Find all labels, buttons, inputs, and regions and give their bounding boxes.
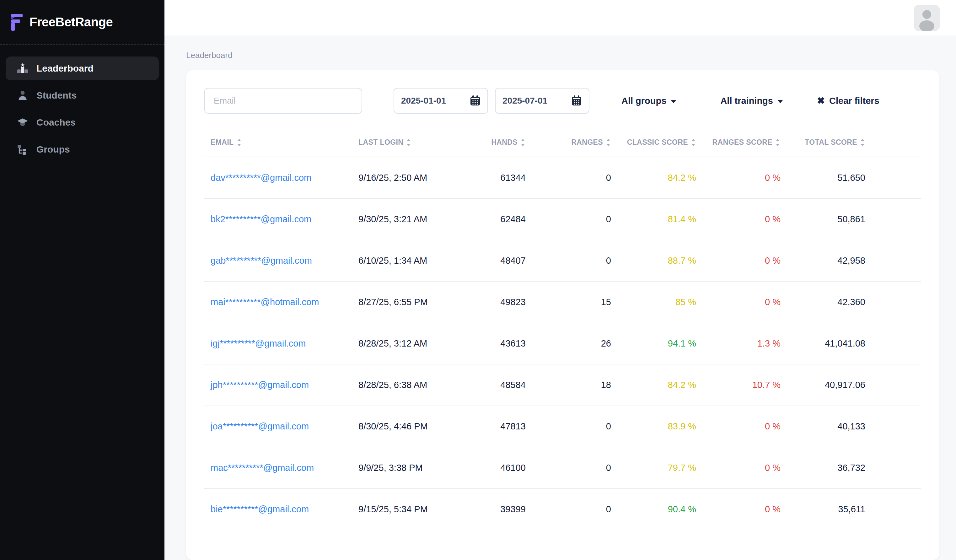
sidebar-item-leaderboard[interactable]: Leaderboard bbox=[6, 57, 159, 80]
row-total-score: 40,917.06 bbox=[787, 364, 871, 406]
trainings-filter-dropdown[interactable]: All trainings bbox=[720, 96, 783, 106]
column-header-ranges_score[interactable]: RANGES SCORE bbox=[703, 114, 787, 157]
row-email-link[interactable]: joa**********@gmail.com bbox=[204, 406, 352, 447]
brand-f-icon bbox=[10, 14, 23, 31]
tree-icon bbox=[17, 144, 28, 155]
row-last-login: 6/10/25, 1:34 AM bbox=[352, 240, 478, 281]
spacer-cell bbox=[871, 323, 921, 364]
row-classic-score: 81.4 % bbox=[617, 198, 703, 240]
calendar-icon bbox=[470, 96, 481, 106]
groups-filter-dropdown[interactable]: All groups bbox=[621, 96, 676, 106]
row-classic-score: 84.2 % bbox=[617, 157, 703, 198]
user-avatar[interactable] bbox=[914, 5, 940, 31]
row-classic-score: 94.1 % bbox=[617, 323, 703, 364]
breadcrumb: Leaderboard bbox=[186, 35, 939, 60]
row-last-login: 8/30/25, 4:46 PM bbox=[352, 406, 478, 447]
row-hands: 49823 bbox=[478, 281, 532, 323]
row-ranges-score: 0 % bbox=[703, 447, 787, 488]
main-area: Leaderboard 2025-01-01 bbox=[165, 0, 956, 560]
row-total-score: 51,650 bbox=[787, 157, 871, 198]
row-email-link[interactable]: gab**********@gmail.com bbox=[204, 240, 352, 281]
column-header-email[interactable]: EMAIL bbox=[204, 114, 352, 157]
row-total-score: 36,732 bbox=[787, 447, 871, 488]
chevron-down-icon bbox=[671, 100, 676, 103]
row-email-link[interactable]: bie**********@gmail.com bbox=[204, 488, 352, 530]
spacer-cell bbox=[871, 157, 921, 198]
sidebar: FreeBetRange Leaderboard Students bbox=[0, 0, 165, 560]
column-header-total[interactable]: TOTAL SCORE bbox=[787, 114, 871, 157]
row-email-link[interactable]: mac**********@gmail.com bbox=[204, 447, 352, 488]
date-to-field[interactable]: 2025-07-01 bbox=[495, 88, 590, 114]
chevron-down-icon bbox=[777, 100, 783, 103]
column-header-hands[interactable]: HANDS bbox=[478, 114, 532, 157]
calendar-icon bbox=[571, 96, 582, 106]
row-last-login: 9/30/25, 3:21 AM bbox=[352, 198, 478, 240]
spacer-cell bbox=[871, 281, 921, 323]
sidebar-item-label: Leaderboard bbox=[36, 63, 94, 74]
row-ranges-score: 10.7 % bbox=[703, 364, 787, 406]
table-row: igj**********@gmail.com8/28/25, 3:12 AM4… bbox=[204, 323, 921, 364]
row-ranges: 0 bbox=[532, 240, 617, 281]
row-classic-score: 84.2 % bbox=[617, 364, 703, 406]
sidebar-item-coaches[interactable]: Coaches bbox=[6, 110, 159, 134]
row-email-link[interactable]: bk2**********@gmail.com bbox=[204, 198, 352, 240]
row-hands: 46100 bbox=[478, 447, 532, 488]
graduation-cap-icon bbox=[17, 117, 28, 128]
spacer-column bbox=[871, 114, 921, 157]
filters-bar: 2025-01-01 2025-07-01 bbox=[204, 88, 922, 114]
spacer-cell bbox=[871, 364, 921, 406]
spacer-cell bbox=[871, 406, 921, 447]
row-hands: 62484 bbox=[478, 198, 532, 240]
table-header-row: EMAILLAST LOGINHANDSRANGESCLASSIC SCORER… bbox=[204, 114, 921, 157]
spacer-cell bbox=[871, 240, 921, 281]
row-hands: 61344 bbox=[478, 157, 532, 198]
row-classic-score: 88.7 % bbox=[617, 240, 703, 281]
row-ranges: 0 bbox=[532, 488, 617, 530]
sort-icon bbox=[406, 138, 412, 146]
sidebar-item-label: Students bbox=[36, 90, 77, 101]
email-filter-input[interactable] bbox=[204, 88, 362, 114]
table-row: joa**********@gmail.com8/30/25, 4:46 PM4… bbox=[204, 406, 921, 447]
row-hands: 43613 bbox=[478, 323, 532, 364]
date-to-value: 2025-07-01 bbox=[503, 96, 547, 106]
sort-icon bbox=[860, 138, 865, 146]
row-email-link[interactable]: dav**********@gmail.com bbox=[204, 157, 352, 198]
column-header-last_login[interactable]: LAST LOGIN bbox=[352, 114, 478, 157]
row-ranges: 0 bbox=[532, 406, 617, 447]
table-row: bie**********@gmail.com9/15/25, 5:34 PM3… bbox=[204, 488, 921, 530]
row-classic-score: 79.7 % bbox=[617, 447, 703, 488]
row-email-link[interactable]: mai**********@hotmail.com bbox=[204, 281, 352, 323]
avatar-person-icon bbox=[914, 5, 940, 31]
clear-filters-button[interactable]: ✖ Clear filters bbox=[817, 96, 879, 106]
spacer-cell bbox=[871, 488, 921, 530]
column-label: TOTAL SCORE bbox=[805, 138, 857, 146]
date-from-field[interactable]: 2025-01-01 bbox=[393, 88, 488, 114]
column-label: RANGES bbox=[571, 138, 603, 146]
row-email-link[interactable]: jph**********@gmail.com bbox=[204, 364, 352, 406]
sidebar-item-students[interactable]: Students bbox=[6, 83, 159, 107]
table-row: bk2**********@gmail.com9/30/25, 3:21 AM6… bbox=[204, 198, 921, 240]
row-ranges-score: 0 % bbox=[703, 281, 787, 323]
person-icon bbox=[17, 90, 28, 101]
row-classic-score: 83.9 % bbox=[617, 406, 703, 447]
sort-icon bbox=[775, 138, 781, 146]
column-label: LAST LOGIN bbox=[358, 138, 403, 146]
row-ranges: 0 bbox=[532, 198, 617, 240]
column-label: EMAIL bbox=[211, 138, 234, 146]
sort-icon bbox=[520, 138, 526, 146]
column-header-classic[interactable]: CLASSIC SCORE bbox=[617, 114, 703, 157]
row-email-link[interactable]: igj**********@gmail.com bbox=[204, 323, 352, 364]
sort-icon bbox=[690, 138, 696, 146]
row-hands: 39399 bbox=[478, 488, 532, 530]
column-header-ranges[interactable]: RANGES bbox=[532, 114, 617, 157]
table-row: mac**********@gmail.com9/9/25, 3:38 PM46… bbox=[204, 447, 921, 488]
podium-icon bbox=[17, 63, 28, 74]
row-hands: 47813 bbox=[478, 406, 532, 447]
row-total-score: 41,041.08 bbox=[787, 323, 871, 364]
trainings-filter-label: All trainings bbox=[720, 96, 773, 106]
row-last-login: 9/15/25, 5:34 PM bbox=[352, 488, 478, 530]
sidebar-item-groups[interactable]: Groups bbox=[6, 137, 159, 161]
sort-icon bbox=[605, 138, 611, 146]
table-row: jph**********@gmail.com8/28/25, 6:38 AM4… bbox=[204, 364, 921, 406]
app-logo[interactable]: FreeBetRange bbox=[0, 0, 165, 45]
